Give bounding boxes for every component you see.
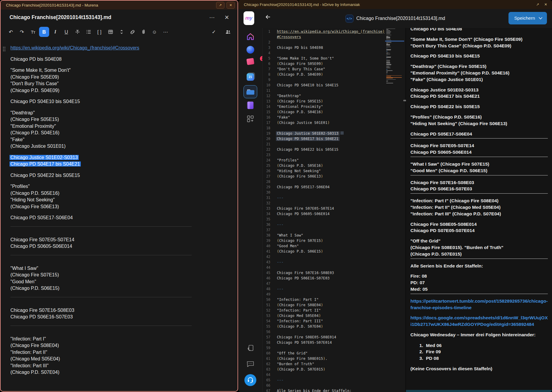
editor-line: 29Chicago PD S05E17-S06E04	[263, 184, 405, 190]
undo-button[interactable]: ↶	[7, 27, 15, 37]
table-button[interactable]	[107, 27, 114, 37]
attachment-button[interactable]	[140, 27, 147, 37]
editor-line: 26"Hiding Not Seeking"	[263, 168, 405, 174]
more-options-button[interactable]: ⋯	[162, 27, 169, 37]
code-brackets-button[interactable]: [ ]	[96, 27, 103, 37]
doc-paragraph: "Deathtrap"(Chicago Fire S05E15)"Emotion…	[10, 110, 226, 150]
editor-line: 8(Chicago P.D. S04E09)	[263, 72, 405, 77]
editor-line: 4	[263, 50, 405, 56]
mail-icon[interactable]: 2	[238, 58, 262, 65]
underline-button[interactable]: U	[63, 27, 70, 37]
preview-paragraph: "What I Saw" (Chicago Fire S07E15)"Good …	[410, 161, 548, 174]
doc-paragraph: "Some Make It, Some Don't"(Chicago Fire …	[10, 67, 226, 94]
editor-lines: 1https://en.wikipedia.org/wiki/Chicago_(…	[263, 29, 405, 392]
doc-paragraph: Chicago PD S04E10 bis S04E15	[10, 98, 226, 105]
shared-document-icon[interactable]	[246, 344, 254, 352]
editor-line: 10Chicago PD S04E10 bis S04E15	[263, 83, 405, 88]
preview-divider	[410, 294, 548, 294]
contacts-book-icon[interactable]	[247, 102, 254, 109]
apps-grid-icon[interactable]	[246, 115, 254, 123]
support-headset-icon[interactable]	[244, 374, 256, 386]
editor-line: 33Chicago Fire S07E05-S07E14	[263, 206, 405, 211]
kdrive-window-title: Chicago Franchise[20201014t153143].md - …	[244, 2, 531, 7]
editor-line: 23	[263, 152, 405, 158]
preview-divider	[410, 157, 548, 157]
preview-paragraph: Chicago PD S05E17-S06E04	[410, 131, 548, 137]
open-filename: Chicago Franchise[20201014t153143].md	[356, 16, 445, 21]
preview-paragraph: Alle Serien bis Ende der Staffeln:	[410, 263, 548, 269]
drag-handle-icon[interactable]	[3, 47, 4, 48]
web-globe-icon[interactable]	[246, 46, 254, 54]
collapse-expand-button[interactable]	[118, 27, 125, 37]
doc-paragraph: Chicago Fire S07E05-S07E14Chicago PD S06…	[10, 237, 226, 250]
editor-line: 18	[263, 125, 405, 131]
save-button[interactable]: Speichern	[508, 12, 547, 24]
preview-link[interactable]: https://petitcartonvert.tumblr.com/post/…	[410, 298, 548, 311]
kdrive-close-button[interactable]: ✕	[544, 2, 547, 7]
document-title: Chicago Franchise[20201014t153143].md	[10, 14, 200, 21]
home-icon[interactable]	[246, 32, 255, 41]
editor-line: 39(Chicago Fire S07E15)	[263, 238, 405, 243]
editor-line: 58Chicago PD S07E05-S07E014	[263, 340, 405, 345]
doc-paragraph: Chicago PD bis S04E08	[10, 56, 226, 63]
kdrive-sidebar: 2 21	[238, 28, 262, 392]
italic-button[interactable]: I	[52, 27, 59, 37]
editor-line: 14"Emotional Proximity"	[263, 104, 405, 109]
preview-paragraph: Chicago Fire S07E16-S08E03Chicago PD S06…	[410, 179, 548, 192]
emoji-button[interactable]: ☺	[151, 27, 158, 37]
editor-line: 65---	[263, 377, 405, 383]
doc-link-line: https://en.wikipedia.org/wiki/Chicago_(f…	[10, 45, 226, 52]
editor-line: 54"Infection: Part III"	[263, 318, 405, 324]
preview-bottom-bar	[406, 390, 552, 392]
preview-paragraph: "Profiles" (Chicago P.D. S05E16)"Hiding …	[410, 114, 548, 127]
editor-line: 7"Don't Bury This Case"	[263, 66, 405, 72]
murena-doc-header: Chicago Franchise[20201014t153143].md ⋯ …	[1, 10, 238, 25]
editor-line: 11	[263, 88, 405, 93]
editor-minimap[interactable]	[386, 29, 404, 83]
redo-button[interactable]: ↷	[18, 27, 26, 37]
editor-line: 55(Chicago P.D. S07E04)	[263, 324, 405, 329]
editor-line: 57Chicago Fire S08E05-S08E014	[263, 335, 405, 340]
strikethrough-button[interactable]	[74, 27, 81, 37]
editor-line: 43---	[263, 259, 405, 265]
link-button[interactable]	[129, 27, 136, 37]
editor-line: 37	[263, 227, 405, 233]
murena-document[interactable]: https://en.wikipedia.org/wiki/Chicago_(f…	[1, 39, 238, 376]
murena-maximize-button[interactable]: ↗	[216, 2, 224, 9]
markdown-preview[interactable]: Chicago PD bis S04E08"Some Make It, Some…	[406, 28, 552, 392]
preview-divider	[410, 175, 548, 175]
wikipedia-crossovers-link[interactable]: https://en.wikipedia.org/wiki/Chicago_(f…	[10, 45, 139, 50]
editor-line: 16"Fake"	[263, 115, 405, 120]
bullet-list-button[interactable]	[85, 27, 92, 37]
kdrive-folder-icon[interactable]	[244, 85, 257, 98]
editor-line: 9	[263, 77, 405, 83]
bold-button[interactable]: B	[39, 27, 49, 37]
calendar-icon[interactable]: 21	[247, 73, 254, 81]
editor-line: 1https://en.wikipedia.org/wiki/Chicago_(…	[263, 29, 405, 34]
editor-line: 36---	[263, 222, 405, 227]
doc-paragraph: Chicago PD S05E17-S06E04	[10, 214, 226, 221]
kdrive-maximize-button[interactable]: ↗	[536, 2, 539, 7]
editor-line: 61(Chicago Fire S08E015).	[263, 356, 405, 361]
doc-paragraph: Chicago Fire S07E16-S08E03Chicago PD S06…	[10, 307, 226, 321]
murena-close-button[interactable]: ✕	[227, 2, 235, 9]
doc-paragraph: "What I Saw"(Chicago Fire S07E15)"Good M…	[10, 265, 226, 292]
collaborators-button[interactable]	[224, 27, 232, 37]
editor-line: 13(Chicago Fire S05E15)	[263, 99, 405, 104]
doc-divider	[10, 297, 192, 297]
preview-paragraph: Chicago PD S04E22 bis S05E15	[410, 103, 548, 110]
code-editor[interactable]: 1https://en.wikipedia.org/wiki/Chicago_(…	[262, 28, 405, 392]
text-size-button[interactable]: Tт	[29, 27, 37, 37]
editor-line: 66	[263, 383, 405, 388]
preview-paragraph: Chicago Justice S01E02-S0313Chicago PD S…	[410, 87, 548, 100]
editor-line: 6(Chicago Fire S05E09)	[263, 61, 405, 66]
preview-link[interactable]: https://docs.google.com/spreadsheets/d/1…	[410, 315, 548, 328]
confirm-button[interactable]: ✓	[210, 27, 218, 37]
feedback-chat-icon[interactable]	[246, 360, 255, 368]
editor-line: 5"Some Make It, Some Don't"	[263, 56, 405, 61]
doc-divider	[10, 255, 192, 255]
doc-more-button[interactable]: ⋯	[209, 15, 215, 20]
doc-close-button[interactable]: ✕	[224, 15, 229, 20]
murena-window-title: Chicago Franchise[20201014t153143].md - …	[6, 3, 214, 7]
preview-paragraph: (Keine Crossovers in diesen Staffeln)	[410, 365, 548, 372]
